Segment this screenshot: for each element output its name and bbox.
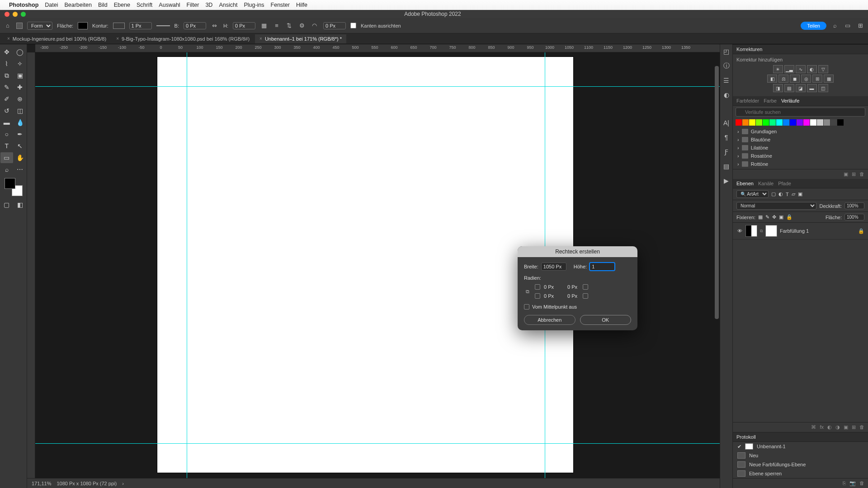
history-item[interactable]: Ebene sperren [733, 469, 868, 478]
gradient-swatch[interactable] [790, 119, 796, 126]
screen-mode-icon[interactable]: ▢ [0, 199, 13, 210]
link-wh-icon[interactable]: ⇔ [211, 22, 219, 30]
glyphs-icon[interactable]: Ƒ [722, 147, 731, 156]
tab-ebenen[interactable]: Ebenen [736, 181, 754, 186]
histogram-icon[interactable]: ◰ [722, 47, 731, 56]
invert-icon[interactable]: ◨ [773, 84, 783, 92]
align-icon[interactable]: ≡ [273, 22, 281, 30]
lock-artboard-icon[interactable]: ▣ [779, 214, 783, 220]
tab-kanale[interactable]: Kanäle [758, 181, 774, 186]
width-input[interactable] [184, 22, 206, 29]
libraries-icon[interactable]: ▤ [722, 162, 731, 171]
history-item[interactable]: Neu [733, 451, 868, 460]
pen-tool[interactable]: ✒ [14, 129, 27, 140]
menu-schrift[interactable]: Schrift [137, 2, 152, 8]
fx-icon[interactable]: fx [820, 424, 824, 430]
new-snapshot-icon[interactable]: 📷 [849, 480, 856, 486]
zoom-level[interactable]: 171,11% [32, 481, 51, 486]
hue-icon[interactable]: ◧ [767, 75, 777, 83]
paragraph-icon[interactable]: ¶ [722, 133, 731, 142]
lock-pos-icon[interactable]: ✥ [772, 214, 776, 220]
blur-tool[interactable]: 💧 [14, 117, 27, 128]
gradient-swatch[interactable] [803, 119, 810, 126]
status-more-icon[interactable]: › [122, 481, 124, 486]
channel-mixer-icon[interactable]: ⊞ [812, 75, 822, 83]
doc-tab-2[interactable]: ×Unbenannt–1 bei 171% (RGB/8*) * [255, 34, 346, 43]
radius-bl-input[interactable] [542, 292, 557, 300]
blend-mode-select[interactable]: Normal [736, 202, 816, 210]
radius-icon[interactable]: ◠ [311, 22, 319, 30]
wand-tool[interactable]: ✧ [14, 58, 27, 69]
radius-br-input[interactable] [566, 292, 581, 300]
eyedropper-tool[interactable]: ✎ [0, 82, 13, 93]
tab-farbfelder[interactable]: Farbfelder [736, 98, 759, 103]
arrange-icon[interactable]: ⇅ [285, 22, 293, 30]
folder-rottone[interactable]: ›Rottöne [733, 160, 868, 168]
link-mask-icon[interactable]: ⧉ [760, 229, 763, 234]
guide-horizontal[interactable] [35, 86, 720, 87]
fg-bg-colors[interactable] [5, 178, 23, 196]
menu-plugins[interactable]: Plug-ins [244, 2, 264, 8]
gradient-search-input[interactable] [736, 108, 865, 117]
stroke-swatch[interactable] [113, 23, 125, 29]
menu-bild[interactable]: Bild [98, 2, 108, 8]
ok-button[interactable]: OK [580, 315, 632, 325]
brightness-icon[interactable]: ☀ [773, 65, 783, 73]
zoom-tool[interactable]: ⌕ [0, 164, 13, 175]
search-icon[interactable]: ⌕ [831, 22, 839, 30]
fill-swatch[interactable] [78, 22, 88, 29]
filter-adjust-icon[interactable]: ◐ [778, 191, 783, 197]
new-fill-icon[interactable]: ◑ [835, 424, 840, 430]
filter-type-icon[interactable]: T [786, 192, 789, 197]
actions-icon[interactable]: ▶ [722, 176, 731, 185]
menu-auswahl[interactable]: Auswahl [159, 2, 180, 8]
gradient-swatch[interactable] [763, 119, 769, 126]
crop-tool[interactable]: ⧉ [0, 70, 13, 81]
lut-icon[interactable]: ▦ [824, 75, 834, 83]
gradient-tool[interactable]: ▬ [0, 117, 13, 128]
folder-lilatone[interactable]: ›Lilatöne [733, 144, 868, 152]
stroke-width-input[interactable] [129, 22, 152, 29]
dialog-height-input[interactable] [590, 263, 615, 271]
bw-icon[interactable]: ◼ [790, 75, 800, 83]
height-input[interactable] [233, 22, 255, 29]
layer-name[interactable]: Farbfüllung 1 [780, 228, 809, 234]
stamp-tool[interactable]: ⊛ [14, 94, 27, 104]
doc-tab-0[interactable]: ×Mockup-Ingenieure.psd bei 100% (RGB/8) [3, 34, 111, 43]
frame-tool[interactable]: ▣ [14, 70, 27, 81]
tab-pfade[interactable]: Pfade [778, 181, 791, 186]
opacity-input[interactable] [844, 202, 864, 209]
gear-icon[interactable]: ⚙ [298, 22, 306, 30]
move-tool[interactable]: ✥ [0, 47, 13, 57]
new-folder-icon[interactable]: ▣ [844, 171, 848, 177]
folder-rosatone[interactable]: ›Rosatöne [733, 152, 868, 160]
layer-item[interactable]: 👁 ⧉ Farbfüllung 1 🔒 [733, 223, 868, 239]
checkbox-icon[interactable] [524, 304, 529, 310]
menu-datei[interactable]: Datei [45, 2, 58, 8]
selective-icon[interactable]: ◫ [818, 84, 828, 92]
menu-3d[interactable]: 3D [205, 2, 212, 8]
stroke-style[interactable] [156, 25, 170, 26]
tab-farbe[interactable]: Farbe [764, 98, 777, 103]
quick-mask-icon[interactable]: ◧ [14, 199, 27, 210]
mask-icon[interactable]: ◐ [827, 424, 832, 430]
gradient-swatch[interactable] [749, 119, 755, 126]
gradient-swatch[interactable] [817, 119, 823, 126]
adjustments-title[interactable]: Korrekturen [733, 44, 868, 54]
lasso-tool[interactable]: ⌇ [0, 58, 13, 69]
from-center-checkbox-row[interactable]: Vom Mittelpunkt aus [524, 304, 631, 310]
gradient-swatch[interactable] [824, 119, 830, 126]
lock-all-icon[interactable]: 🔒 [786, 214, 793, 220]
history-snapshot[interactable]: ✔Unbenannt-1 [733, 442, 868, 451]
tab-verlaufe[interactable]: Verläufe [781, 98, 799, 103]
more-tool[interactable]: ⋯ [14, 164, 27, 175]
colorbalance-icon[interactable]: ⚖ [778, 75, 788, 83]
gradient-swatch[interactable] [783, 119, 789, 126]
curves-icon[interactable]: ∿ [796, 65, 806, 73]
gradient-swatch[interactable] [736, 119, 742, 126]
tool-mode-select[interactable]: Form [27, 22, 52, 30]
adjust-icon[interactable]: ◐ [722, 90, 731, 99]
radius-input[interactable] [323, 22, 346, 29]
info-icon[interactable]: ⓘ [722, 61, 731, 70]
new-item-icon[interactable]: ⊞ [852, 171, 856, 177]
